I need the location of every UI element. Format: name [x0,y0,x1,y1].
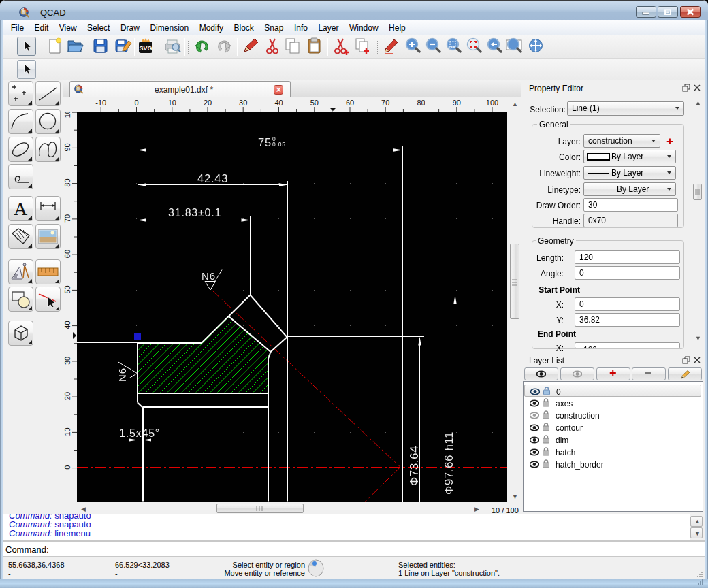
svg-text:50: 50 [63,285,71,293]
svg-text:A: A [14,198,28,219]
svg-text:80: 80 [63,178,71,186]
svg-text:60: 60 [63,250,71,258]
svg-text:40: 40 [63,321,71,329]
svg-text:0.05: 0.05 [272,141,286,148]
svg-text:30: 30 [63,357,71,365]
svg-text:Φ73.64: Φ73.64 [408,446,420,486]
svg-text:70: 70 [63,214,71,223]
svg-text:N6: N6 [202,270,216,282]
svg-text:100: 100 [63,112,71,118]
svg-text:70: 70 [381,99,389,107]
svg-text:0: 0 [134,99,138,107]
svg-text:90: 90 [453,99,461,107]
svg-text:N6: N6 [116,368,128,382]
svg-text:40: 40 [274,99,283,107]
svg-text:50: 50 [310,99,319,107]
svg-text:Φ97.66 h11: Φ97.66 h11 [442,431,455,495]
svg-text:30: 30 [239,99,247,107]
svg-text:75: 75 [258,136,272,148]
svg-text:10: 10 [168,99,176,107]
svg-text:31.83±0.1: 31.83±0.1 [168,207,221,218]
svg-text:80: 80 [417,99,425,107]
svg-text:SVG: SVG [139,45,152,52]
svg-text:1.5x45°: 1.5x45° [119,427,160,439]
svg-text:10: 10 [63,427,71,436]
svg-text:100: 100 [486,99,498,107]
svg-text:-10: -10 [95,99,106,107]
svg-text:90: 90 [63,143,71,151]
svg-text:42.43: 42.43 [197,172,228,184]
svg-text:0: 0 [63,466,71,470]
svg-text:20: 20 [63,392,71,400]
svg-text:60: 60 [346,99,354,107]
svg-text:20: 20 [204,99,212,107]
